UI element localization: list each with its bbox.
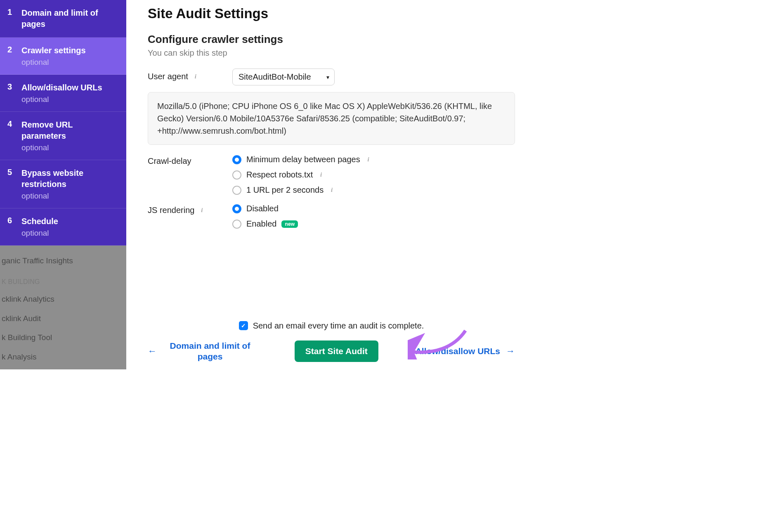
radio-icon [232, 204, 241, 213]
step-label: Bypass website restrictions [21, 168, 119, 190]
crawl-delay-options: Minimum delay between pages i Respect ro… [232, 153, 372, 195]
step-label: Crawler settings [21, 45, 86, 56]
new-badge: new [281, 220, 298, 228]
step-label: Domain and limit of pages [21, 7, 119, 30]
step-6[interactable]: 6 Schedule optional [0, 208, 126, 246]
step-number: 1 [7, 7, 12, 30]
label-text: User agent [148, 72, 188, 81]
js-rendering-label: JS rendering i [148, 202, 216, 215]
info-icon[interactable]: i [328, 187, 335, 194]
js-rendering-row: JS rendering i Disabled Enabled new [148, 202, 515, 229]
next-step-label: Allow/disallow URLs [416, 346, 500, 357]
js-option-disabled[interactable]: Disabled [232, 204, 298, 213]
radio-icon [232, 220, 241, 229]
arrow-left-icon: ← [148, 345, 157, 357]
arrow-right-icon: → [506, 345, 515, 357]
bgnav-item: k Building Tool [0, 328, 126, 348]
label-text: JS rendering [148, 206, 194, 215]
crawl-option-minimum[interactable]: Minimum delay between pages i [232, 155, 372, 164]
user-agent-label: User agent i [148, 69, 216, 81]
label-text: Crawl-delay [148, 156, 191, 166]
step-optional: optional [21, 95, 102, 104]
page-title: Site Audit Settings [148, 6, 515, 21]
radio-label: 1 URL per 2 seconds [246, 185, 324, 195]
next-step-link[interactable]: Allow/disallow URLs → [416, 345, 515, 357]
step-optional: optional [21, 143, 119, 152]
select-value: SiteAuditBot-Mobile [239, 72, 311, 82]
radio-icon [232, 186, 241, 195]
crawl-option-1per2s[interactable]: 1 URL per 2 seconds i [232, 185, 372, 195]
radio-icon [232, 170, 241, 180]
js-rendering-options: Disabled Enabled new [232, 202, 298, 229]
step-label: Remove URL parameters [21, 119, 119, 142]
start-site-audit-button[interactable]: Start Site Audit [295, 340, 378, 362]
crawl-delay-label: Crawl-delay [148, 153, 216, 166]
bgnav-category: K BUILDING [0, 271, 126, 290]
nav-row: ← Domain and limit of pages Start Site A… [148, 340, 515, 362]
prev-step-link[interactable]: ← Domain and limit of pages [148, 340, 257, 362]
step-number: 4 [7, 119, 12, 152]
step-optional: optional [21, 229, 58, 238]
info-icon[interactable]: i [198, 207, 205, 214]
radio-label: Respect robots.txt [246, 170, 313, 180]
step-number: 6 [7, 216, 12, 238]
chevron-down-icon: ▾ [326, 74, 329, 80]
section-title: Configure crawler settings [148, 33, 515, 46]
step-number: 5 [7, 168, 12, 201]
step-1[interactable]: 1 Domain and limit of pages [0, 0, 126, 38]
email-notify-row: ✓ Send an email every time an audit is c… [148, 321, 515, 331]
bgnav-item: k Analysis [0, 348, 126, 367]
prev-step-label: Domain and limit of pages [163, 340, 257, 362]
background-nav: ganic Traffic Insights K BUILDING cklink… [0, 246, 126, 369]
email-checkbox[interactable]: ✓ [239, 321, 248, 330]
info-icon[interactable]: i [365, 156, 372, 163]
js-option-enabled[interactable]: Enabled new [232, 219, 298, 229]
step-5[interactable]: 5 Bypass website restrictions optional [0, 160, 126, 208]
info-icon[interactable]: i [192, 73, 199, 80]
radio-label: Enabled [246, 219, 276, 229]
section-hint: You can skip this step [148, 48, 515, 58]
bgnav-item: cklink Audit [0, 309, 126, 329]
user-agent-row: User agent i SiteAuditBot-Mobile ▾ [148, 69, 515, 85]
radio-label: Disabled [246, 204, 279, 213]
step-2[interactable]: 2 Crawler settings optional [0, 38, 126, 75]
bgnav-category: PAGE & TECH SEO [0, 366, 126, 369]
user-agent-select[interactable]: SiteAuditBot-Mobile ▾ [232, 69, 335, 85]
email-label: Send an email every time an audit is com… [253, 321, 424, 331]
bgnav-item: cklink Analytics [0, 290, 126, 309]
bgnav-item: ganic Traffic Insights [0, 251, 126, 271]
main-panel: Site Audit Settings Configure crawler se… [126, 0, 536, 369]
step-3[interactable]: 3 Allow/disallow URLs optional [0, 75, 126, 112]
radio-icon [232, 155, 241, 164]
step-optional: optional [21, 58, 86, 67]
step-label: Schedule [21, 216, 58, 227]
crawl-option-robots[interactable]: Respect robots.txt i [232, 170, 372, 180]
wizard-steps: 1 Domain and limit of pages 2 Crawler se… [0, 0, 126, 246]
step-4[interactable]: 4 Remove URL parameters optional [0, 112, 126, 160]
user-agent-string: Mozilla/5.0 (iPhone; CPU iPhone OS 6_0 l… [148, 92, 515, 145]
wizard-footer: ✓ Send an email every time an audit is c… [148, 321, 515, 362]
step-number: 2 [7, 45, 12, 67]
radio-label: Minimum delay between pages [246, 155, 360, 164]
wizard-sidebar: 1 Domain and limit of pages 2 Crawler se… [0, 0, 126, 369]
info-icon[interactable]: i [318, 172, 324, 178]
step-number: 3 [7, 82, 12, 104]
crawl-delay-row: Crawl-delay Minimum delay between pages … [148, 153, 515, 195]
step-optional: optional [21, 192, 119, 201]
step-label: Allow/disallow URLs [21, 82, 102, 93]
